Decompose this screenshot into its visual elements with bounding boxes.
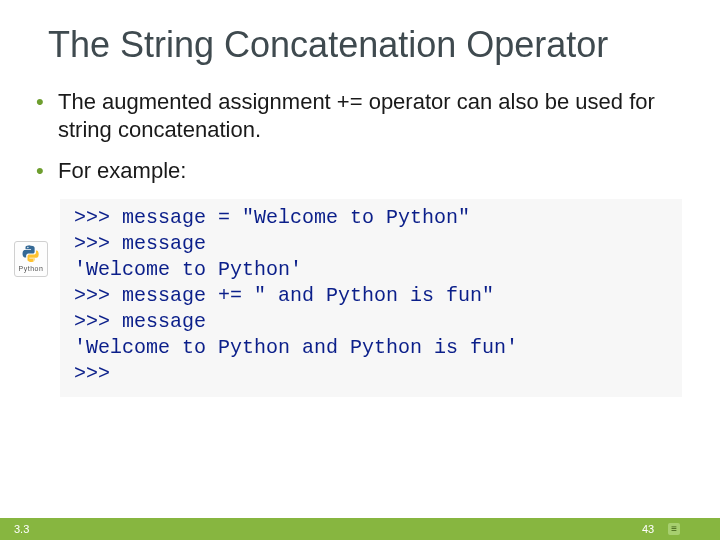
bullet-text: For example: <box>58 158 186 183</box>
bullet-item: The augmented assignment += operator can… <box>36 88 684 143</box>
footer-page-number: 43 <box>642 523 654 535</box>
bullet-list: The augmented assignment += operator can… <box>36 88 684 185</box>
slide-footer: 3.3 43 ≡ <box>0 518 720 540</box>
python-icon-caption: Python <box>19 265 44 272</box>
bullet-item: For example: <box>36 157 684 185</box>
slide-title: The String Concatenation Operator <box>48 24 720 66</box>
footer-section-number: 3.3 <box>14 523 29 535</box>
python-icon: Python <box>14 241 48 277</box>
code-block: >>> message = "Welcome to Python" >>> me… <box>60 199 682 397</box>
bullet-text: The augmented assignment += operator can… <box>58 89 655 142</box>
license-badge-icon: ≡ <box>668 523 680 535</box>
code-example: Python >>> message = "Welcome to Python"… <box>60 199 682 397</box>
python-logo-icon <box>21 244 41 264</box>
